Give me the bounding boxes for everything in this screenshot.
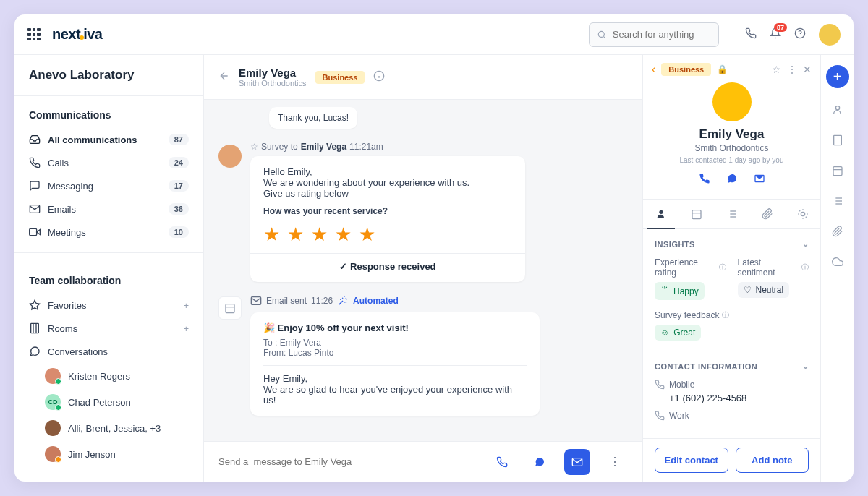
- conversation-header: Emily Vega Smith Orthodontics Business: [204, 55, 642, 100]
- contact-tag: Business: [661, 63, 711, 76]
- add-favorite[interactable]: +: [183, 300, 189, 311]
- rail-list-icon[interactable]: [832, 195, 843, 210]
- tab-attachments[interactable]: [749, 200, 785, 228]
- info-icon[interactable]: ⓘ: [719, 262, 726, 273]
- phone-icon[interactable]: [745, 27, 757, 42]
- heart-icon: ♡: [744, 285, 752, 295]
- rating-stars[interactable]: ★★★★★: [263, 223, 512, 246]
- compose-email-button[interactable]: [564, 449, 590, 475]
- rail-contacts-icon[interactable]: [832, 104, 843, 119]
- contact-tag: Business: [315, 71, 365, 84]
- profile-company: Smith Orthodontics: [694, 143, 768, 153]
- contact-company: Smith Orthodontics: [239, 79, 307, 87]
- sentiment-chip: ♡Neutral: [738, 282, 790, 298]
- chevron-down-icon: ⌄: [802, 362, 809, 371]
- nav-all-communications[interactable]: All communications87: [14, 128, 203, 151]
- compose-input[interactable]: [218, 456, 477, 467]
- info-icon[interactable]: ⓘ: [801, 262, 809, 273]
- inbox-icon: [29, 134, 41, 145]
- conversation-item[interactable]: CDChad Peterson: [14, 389, 203, 415]
- global-search[interactable]: [589, 22, 719, 47]
- section-communications: Communications: [14, 96, 203, 128]
- nav-favorites[interactable]: Favorites+: [14, 294, 203, 317]
- rail-cloud-icon[interactable]: [832, 256, 843, 270]
- conversation-item[interactable]: Kristen Rogers: [14, 363, 203, 389]
- svg-marker-7: [30, 300, 39, 309]
- rail-company-icon[interactable]: [832, 134, 843, 149]
- more-icon[interactable]: ⋮: [787, 64, 797, 75]
- notification-badge: 87: [774, 23, 787, 32]
- tab-insights[interactable]: [785, 200, 820, 228]
- tab-calendar[interactable]: [678, 200, 714, 228]
- apps-grid-icon[interactable]: [27, 28, 41, 41]
- email-message: Email sent 11:26 Automated 🎉 Enjoy 10% o…: [218, 295, 628, 416]
- nav-rooms[interactable]: Rooms+: [14, 317, 203, 340]
- help-icon[interactable]: [794, 27, 806, 42]
- phone-icon: [655, 380, 665, 390]
- action-message[interactable]: [726, 173, 738, 187]
- email-subject: 🎉 Enjoy 10% off your next visit!: [263, 322, 527, 333]
- chevron-down-icon: ⌄: [802, 239, 809, 249]
- insights-section[interactable]: INSIGHTS⌄: [655, 239, 809, 249]
- sidebar: Anevo Laboratory Communications All comm…: [14, 55, 204, 482]
- conversation-item[interactable]: Alli, Brent, Jessica, +3: [14, 415, 203, 441]
- svg-rect-8: [31, 323, 39, 333]
- mail-icon: [29, 203, 41, 215]
- message-bubble: Thank you, Lucas!: [269, 107, 357, 129]
- bell-icon[interactable]: 87: [770, 27, 781, 42]
- compose-message-button[interactable]: [527, 449, 553, 475]
- pulse-icon: ⺌: [660, 285, 669, 297]
- mobile-number: +1 (602) 225-4568: [669, 393, 809, 403]
- compose-call-button[interactable]: [489, 449, 515, 475]
- info-icon[interactable]: ⓘ: [722, 310, 729, 320]
- svg-line-1: [604, 36, 606, 38]
- search-input[interactable]: [613, 29, 711, 40]
- back-button[interactable]: [218, 70, 230, 85]
- nav-messaging[interactable]: Messaging17: [14, 174, 203, 197]
- user-avatar[interactable]: [819, 24, 841, 46]
- action-email[interactable]: [754, 173, 765, 187]
- svg-point-19: [659, 210, 663, 214]
- nav-calls[interactable]: Calls24: [14, 151, 203, 174]
- email-type-icon: [218, 296, 242, 320]
- survey-chip: ☺Great: [655, 325, 701, 341]
- star-icon: ☆: [250, 142, 258, 152]
- panel-back[interactable]: ‹: [652, 63, 655, 76]
- topbar: nextiva 87: [14, 14, 854, 55]
- nav-emails[interactable]: Emails36: [14, 197, 203, 221]
- compose-more-button[interactable]: ⋮: [602, 449, 628, 475]
- timeline: Thank you, Lucas! ☆Survey to Emily Vega …: [204, 100, 642, 441]
- conversation-item[interactable]: Jim Jenson: [14, 441, 203, 467]
- profile-avatar: [712, 82, 752, 121]
- contact-info-section[interactable]: CONTACT INFORMATION⌄: [655, 362, 809, 371]
- action-call[interactable]: [699, 173, 710, 187]
- section-team: Team collaboration: [14, 262, 203, 294]
- last-contacted: Last contacted 1 day ago by you: [680, 156, 784, 164]
- star-icon: [29, 299, 41, 311]
- add-note-button[interactable]: Add note: [736, 448, 809, 473]
- sender-avatar: [218, 145, 242, 168]
- svg-rect-20: [692, 210, 701, 219]
- building-icon: [29, 322, 41, 334]
- close-icon[interactable]: ✕: [803, 64, 812, 75]
- edit-contact-button[interactable]: Edit contact: [655, 448, 728, 473]
- nav-meetings[interactable]: Meetings10: [14, 221, 203, 244]
- star-icon[interactable]: ☆: [772, 64, 781, 75]
- experience-chip: ⺌Happy: [655, 282, 705, 300]
- create-button[interactable]: +: [826, 65, 849, 88]
- profile-name: Emily Vega: [699, 127, 765, 142]
- lock-icon: 🔒: [717, 64, 728, 74]
- wand-icon: [337, 295, 349, 307]
- rail-attachment-icon[interactable]: [832, 226, 843, 240]
- tab-tasks[interactable]: [714, 200, 749, 228]
- contact-panel: ‹ Business 🔒 ☆ ⋮ ✕ Emily Vega Smith Orth…: [642, 55, 820, 482]
- logo: nextiva: [52, 26, 102, 43]
- rail-calendar-icon[interactable]: [832, 165, 843, 179]
- svg-rect-6: [30, 228, 37, 235]
- tab-person[interactable]: [643, 200, 678, 228]
- nav-conversations[interactable]: Conversations: [14, 340, 203, 363]
- svg-point-25: [801, 212, 804, 215]
- mail-icon: [250, 295, 262, 307]
- add-room[interactable]: +: [183, 323, 189, 334]
- info-icon[interactable]: [373, 70, 385, 85]
